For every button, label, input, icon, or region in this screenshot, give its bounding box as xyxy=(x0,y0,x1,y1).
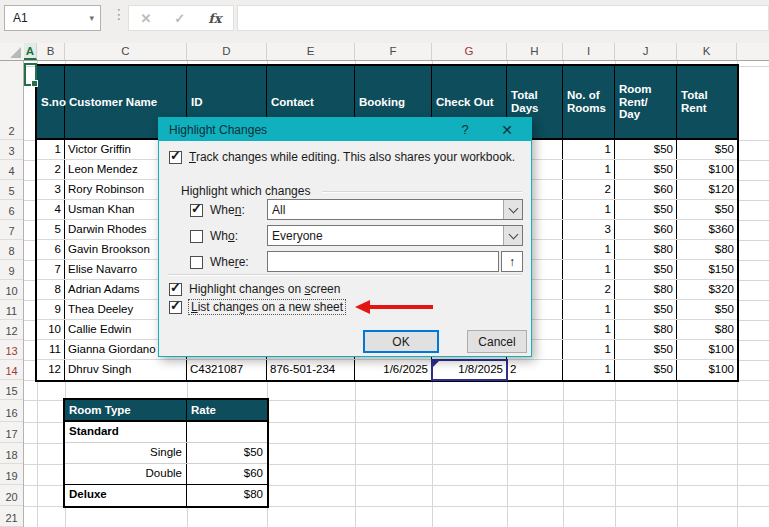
row-header-10[interactable]: 10 xyxy=(0,280,23,300)
column-header-H[interactable]: H xyxy=(507,43,563,60)
row-header-12[interactable]: 12 xyxy=(0,320,23,340)
where-range-input[interactable] xyxy=(267,251,499,272)
main-table-header-B[interactable]: S.no xyxy=(37,66,65,138)
main-table-header-J[interactable]: Room Rent/ Day xyxy=(615,66,677,138)
cell-D17[interactable] xyxy=(187,422,267,442)
name-box[interactable]: A1 ▾ xyxy=(4,5,101,31)
cell-I8[interactable]: 1 xyxy=(563,240,615,259)
cancel-button[interactable]: Cancel xyxy=(467,330,527,353)
room-table-header-type[interactable]: Room Type xyxy=(65,400,187,420)
cell-K5[interactable]: $120 xyxy=(677,180,737,199)
cell-C20[interactable]: Deluxe xyxy=(65,485,187,506)
cell-J12[interactable]: $80 xyxy=(615,320,677,339)
cell-B7[interactable]: 5 xyxy=(37,220,65,239)
cancel-entry-icon[interactable]: ✕ xyxy=(140,11,151,26)
cell-C19[interactable]: Double xyxy=(65,464,187,484)
fill-handle[interactable] xyxy=(31,80,38,87)
cell-J7[interactable]: $60 xyxy=(615,220,677,239)
cell-D14[interactable]: C4321087 xyxy=(187,360,267,380)
cell-J11[interactable]: $50 xyxy=(615,300,677,319)
cell-B14[interactable]: 12 xyxy=(37,360,65,380)
select-all-corner[interactable] xyxy=(0,43,25,60)
main-table-header-I[interactable]: No. of Rooms xyxy=(563,66,615,138)
column-header-K[interactable]: K xyxy=(677,43,737,60)
list-changes-checkbox[interactable] xyxy=(169,301,182,314)
cell-J13[interactable]: $50 xyxy=(615,340,677,359)
name-box-dropdown-icon[interactable]: ▾ xyxy=(89,13,100,23)
cell-I12[interactable]: 1 xyxy=(563,320,615,339)
cell-D20[interactable]: $80 xyxy=(187,485,267,506)
cell-C14[interactable]: Dhruv Singh xyxy=(65,360,187,380)
cell-I14[interactable]: 1 xyxy=(563,360,615,380)
row-header-15[interactable]: 15 xyxy=(0,380,23,400)
row-header-9[interactable]: 9 xyxy=(0,260,23,280)
row-header-16[interactable]: 16 xyxy=(0,400,23,422)
when-combobox[interactable]: All xyxy=(267,199,523,220)
when-checkbox[interactable] xyxy=(190,204,203,217)
cell-K7[interactable]: $360 xyxy=(677,220,737,239)
main-table-header-K[interactable]: Total Rent xyxy=(677,66,737,138)
cell-I4[interactable]: 1 xyxy=(563,160,615,179)
cell-K11[interactable]: $50 xyxy=(677,300,737,319)
column-header-A[interactable]: A xyxy=(24,43,37,60)
cell-D19[interactable]: $60 xyxy=(187,464,267,484)
track-changes-checkbox[interactable] xyxy=(169,151,182,164)
cell-K4[interactable]: $100 xyxy=(677,160,737,179)
cell-B9[interactable]: 7 xyxy=(37,260,65,279)
cell-J9[interactable]: $50 xyxy=(615,260,677,279)
cell-B8[interactable]: 6 xyxy=(37,240,65,259)
cell-J4[interactable]: $50 xyxy=(615,160,677,179)
highlight-on-screen-checkbox[interactable] xyxy=(169,283,182,296)
room-table-header-rate[interactable]: Rate xyxy=(187,400,267,420)
row-header-4[interactable]: 4 xyxy=(0,160,23,180)
ok-button[interactable]: OK xyxy=(363,330,439,353)
cell-B4[interactable]: 2 xyxy=(37,160,65,179)
row-header-2[interactable]: 2 xyxy=(0,66,23,140)
row-header-13[interactable]: 13 xyxy=(0,340,23,360)
who-checkbox[interactable] xyxy=(190,230,203,243)
column-header-J[interactable]: J xyxy=(615,43,677,60)
who-combobox[interactable]: Everyone xyxy=(267,225,523,246)
cell-K12[interactable]: $80 xyxy=(677,320,737,339)
cell-E14[interactable]: 876-501-234 xyxy=(267,360,355,380)
collapse-dialog-button[interactable]: ↑ xyxy=(501,251,523,272)
cell-K3[interactable]: $50 xyxy=(677,140,737,159)
cell-B5[interactable]: 3 xyxy=(37,180,65,199)
cell-B6[interactable]: 4 xyxy=(37,200,65,219)
row-header-11[interactable]: 11 xyxy=(0,300,23,320)
where-checkbox[interactable] xyxy=(190,256,203,269)
row-header-21[interactable]: 21 xyxy=(0,506,23,527)
cell-I5[interactable]: 2 xyxy=(563,180,615,199)
cell-J6[interactable]: $50 xyxy=(615,200,677,219)
row-header-18[interactable]: 18 xyxy=(0,443,23,464)
cell-B12[interactable]: 10 xyxy=(37,320,65,339)
cell-I9[interactable]: 1 xyxy=(563,260,615,279)
when-dropdown-button[interactable] xyxy=(503,200,522,219)
cell-B10[interactable]: 8 xyxy=(37,280,65,299)
cell-K8[interactable]: $80 xyxy=(677,240,737,259)
cell-D18[interactable]: $50 xyxy=(187,443,267,463)
row-header-19[interactable]: 19 xyxy=(0,464,23,485)
cell-J10[interactable]: $80 xyxy=(615,280,677,299)
cell-I10[interactable]: 2 xyxy=(563,280,615,299)
row-header-17[interactable]: 17 xyxy=(0,422,23,443)
column-header-E[interactable]: E xyxy=(267,43,355,60)
cell-I6[interactable]: 1 xyxy=(563,200,615,219)
cell-C17[interactable]: Standard xyxy=(65,422,187,442)
formula-input[interactable] xyxy=(237,5,769,31)
cell-J8[interactable]: $80 xyxy=(615,240,677,259)
column-header-C[interactable]: C xyxy=(65,43,187,60)
cell-J3[interactable]: $50 xyxy=(615,140,677,159)
active-cell-selection[interactable] xyxy=(24,63,37,86)
column-header-D[interactable]: D xyxy=(187,43,267,60)
cell-B13[interactable]: 11 xyxy=(37,340,65,359)
cell-F14[interactable]: 1/6/2025 xyxy=(355,360,432,380)
cell-I13[interactable]: 1 xyxy=(563,340,615,359)
column-header-G[interactable]: G xyxy=(432,43,507,60)
cell-B3[interactable]: 1 xyxy=(37,140,65,159)
help-icon[interactable]: ? xyxy=(454,118,476,141)
cell-J14[interactable]: $50 xyxy=(615,360,677,380)
row-header-7[interactable]: 7 xyxy=(0,220,23,240)
close-icon[interactable]: ✕ xyxy=(496,118,518,141)
cell-I7[interactable]: 3 xyxy=(563,220,615,239)
